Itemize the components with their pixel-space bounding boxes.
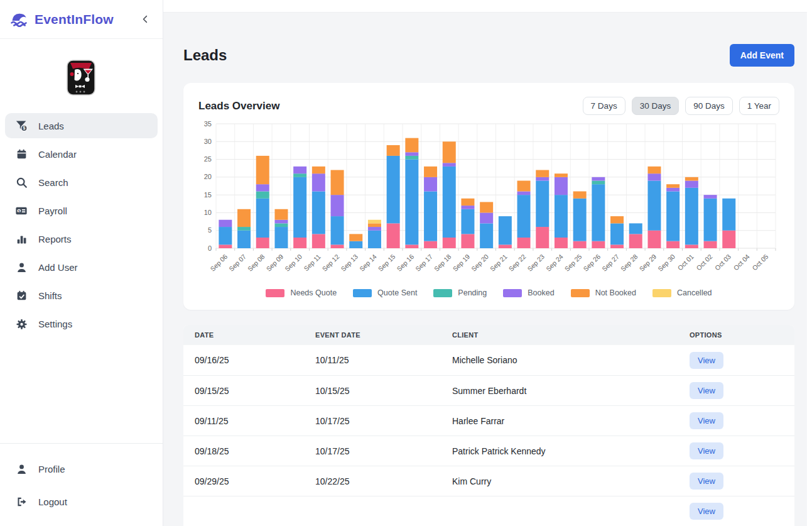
range-group: 7 Days 30 Days 90 Days 1 Year (583, 97, 779, 115)
view-button[interactable]: View (690, 382, 723, 399)
table-row: 09/29/2510/22/25Kim CurryView (183, 466, 794, 496)
svg-text:0: 0 (208, 244, 212, 252)
table-header-row: DATE EVENT DATE CLIENT OPTIONS (183, 325, 794, 345)
sidebar-footer: Profile Logout (0, 443, 163, 526)
cell-client: Michelle Soriano (452, 355, 690, 365)
page-title: Leads (183, 47, 227, 64)
legend-label: Not Booked (595, 288, 636, 297)
sidebar-item-label: Reports (38, 234, 72, 244)
legend-swatch (571, 289, 590, 297)
leads-table-body: 09/16/2510/11/25Michelle SorianoView09/1… (183, 345, 794, 526)
svg-text:Sep 26: Sep 26 (582, 253, 602, 273)
table-row: 09/11/2510/17/25Harlee FarrarView (183, 405, 794, 436)
legend-item[interactable]: Booked (503, 288, 554, 297)
scrollbar-track[interactable] (807, 0, 812, 526)
leads-stacked-bar-chart: 05101520253035Sep 06Sep 07Sep 08Sep 09Se… (198, 120, 779, 286)
sidebar-item-search[interactable]: Search (5, 170, 158, 195)
add-event-button[interactable]: Add Event (730, 44, 794, 67)
sidebar-item-label: Profile (38, 464, 65, 474)
range-1-year-button[interactable]: 1 Year (739, 97, 779, 115)
column-header-date: DATE (195, 331, 315, 339)
cell-date: 09/18/25 (195, 446, 315, 456)
table-row: 09/18/2510/17/25Patrick Patrick KennedyV… (183, 436, 794, 466)
sidebar-item-profile[interactable]: Profile (5, 456, 158, 481)
svg-text:Sep 19: Sep 19 (451, 253, 471, 273)
range-30-days-button[interactable]: 30 Days (632, 97, 679, 115)
legend-item[interactable]: Needs Quote (266, 288, 337, 297)
legend-item[interactable]: Pending (433, 288, 487, 297)
sidebar-item-add-user[interactable]: Add User (5, 255, 158, 280)
page-header: Leads Add Event (183, 44, 794, 67)
svg-text:10: 10 (204, 209, 212, 216)
column-header-event-date: EVENT DATE (315, 331, 452, 339)
svg-text:Sep 24: Sep 24 (544, 253, 565, 273)
table-row: 09/15/2510/15/25Summer EberhardtView (183, 375, 794, 405)
view-button[interactable]: View (690, 473, 723, 490)
sidebar-item-label: Calendar (38, 149, 77, 160)
svg-text:Oct 01: Oct 01 (676, 253, 695, 271)
legend-label: Needs Quote (290, 288, 337, 297)
svg-text:Sep 18: Sep 18 (433, 253, 453, 273)
topbar (163, 0, 812, 13)
view-button[interactable]: View (690, 442, 723, 459)
svg-text:Sep 17: Sep 17 (414, 253, 434, 273)
leads-overview-card: Leads Overview 7 Days 30 Days 90 Days 1 … (183, 83, 794, 310)
sidebar-item-label: Add User (38, 262, 78, 273)
svg-text:15: 15 (204, 191, 212, 199)
brand-wave-icon (10, 11, 28, 27)
brand-name: EventInFlow (35, 12, 139, 27)
table-row-partial: View (183, 496, 794, 526)
cell-date: 09/16/25 (195, 355, 315, 365)
svg-text:Oct 03: Oct 03 (713, 253, 732, 271)
sidebar-item-shifts[interactable]: Shifts (5, 283, 158, 308)
legend-item[interactable]: Quote Sent (353, 288, 417, 297)
svg-text:25: 25 (204, 155, 212, 163)
app-root: EventInFlow (0, 0, 812, 526)
view-button[interactable]: View (690, 352, 723, 369)
money-check-icon: $ (15, 204, 28, 217)
legend-label: Pending (458, 288, 487, 297)
leads-table: DATE EVENT DATE CLIENT OPTIONS 09/16/251… (183, 325, 794, 526)
sidebar-item-settings[interactable]: Settings (5, 311, 158, 336)
range-7-days-button[interactable]: 7 Days (583, 97, 625, 115)
legend-swatch (353, 289, 372, 297)
sidebar-collapse-button[interactable] (139, 13, 151, 25)
calendar-icon (15, 148, 28, 160)
cell-client: Kim Curry (452, 476, 690, 486)
legend-item[interactable]: Not Booked (571, 288, 636, 297)
svg-text:Sep 25: Sep 25 (563, 253, 583, 273)
svg-text:$: $ (23, 126, 26, 131)
svg-text:Sep 29: Sep 29 (637, 253, 658, 273)
sidebar-item-leads[interactable]: $ Leads (5, 113, 158, 138)
svg-text:Oct 05: Oct 05 (750, 253, 769, 271)
cell-event-date: 10/17/25 (315, 446, 452, 456)
sidebar-item-reports[interactable]: Reports (5, 226, 158, 251)
legend-swatch (652, 289, 671, 297)
column-header-options: OPTIONS (690, 331, 794, 339)
company-logo (66, 59, 97, 97)
user-icon (15, 463, 28, 475)
sidebar-item-label: Search (38, 177, 68, 188)
sidebar-item-logout[interactable]: Logout (5, 489, 158, 514)
svg-text:Sep 15: Sep 15 (377, 253, 397, 273)
user-icon (15, 261, 28, 273)
svg-text:Sep 23: Sep 23 (526, 253, 546, 273)
svg-text:Sep 20: Sep 20 (470, 253, 490, 273)
svg-text:Sep 12: Sep 12 (320, 253, 340, 273)
legend-item[interactable]: Cancelled (652, 288, 712, 297)
sidebar-item-calendar[interactable]: Calendar (5, 141, 158, 167)
cell-client: Summer Eberhardt (452, 386, 690, 396)
cell-date: 09/29/25 (195, 476, 315, 486)
svg-text:5: 5 (208, 226, 212, 234)
sidebar-item-payroll[interactable]: $ Payroll (5, 198, 158, 223)
chart-legend: Needs QuoteQuote SentPendingBookedNot Bo… (198, 288, 779, 297)
table-row: 09/16/2510/11/25Michelle SorianoView (183, 345, 794, 375)
svg-text:Sep 06: Sep 06 (208, 253, 229, 273)
logout-icon (15, 495, 28, 508)
range-90-days-button[interactable]: 90 Days (685, 97, 733, 115)
view-button[interactable]: View (690, 503, 723, 520)
svg-text:Oct 04: Oct 04 (732, 253, 751, 271)
sidebar-item-label: Leads (38, 121, 64, 131)
sidebar-item-label: Shifts (38, 290, 62, 301)
view-button[interactable]: View (690, 412, 723, 429)
